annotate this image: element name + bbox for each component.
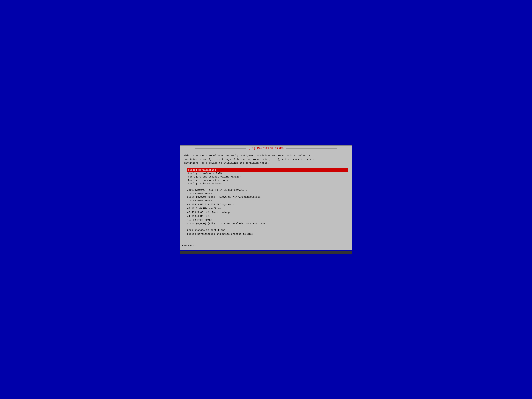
dialog-title: [!!] Partition disks [246,147,286,150]
disk-row[interactable]: 1.0 TB FREE SPACE [187,192,348,196]
disk-row[interactable]: #1 104.9 MB B K ESP EFI system p [187,203,348,207]
title-line-left [195,148,246,148]
menu-item[interactable]: Configure iSCSI volumes [187,182,348,185]
menu-item[interactable]: Configure software RAID [187,172,348,175]
disk-row[interactable]: #2 16.8 MB Microsoft re [187,207,348,211]
description-text: This is an overview of your currently co… [184,154,348,165]
disk-row[interactable]: #4 530.6 MB ntfs [187,215,348,218]
action-item[interactable]: Finish partitioning and write changes to… [187,232,348,236]
title-line-right [286,148,337,148]
disk-header[interactable]: SCSI1 (0,0,0) (sda) – 500.1 GB ATA WDC W… [187,196,348,198]
footer: <Go Back> [180,242,352,250]
disk-row[interactable]: 1.0 MB FREE SPACE [187,199,348,203]
disk-section: /dev/nvme0n1 – 1.0 TB INTEL SSDPEKNW010T… [187,189,348,225]
disk-header[interactable]: SCSI5 (0,0,0) (sdb) – 15.7 GB JetFlash T… [187,222,348,225]
disk-header[interactable]: /dev/nvme0n1 – 1.0 TB INTEL SSDPEKNW010T… [187,189,348,191]
disk-row[interactable]: 7.7 kB FREE SPACE [187,218,348,222]
title-bar: [!!] Partition disks [180,146,352,151]
screen-outer: [!!] Partition disks This is an overview… [176,142,356,257]
dialog-content: This is an overview of your currently co… [180,151,352,242]
action-item[interactable]: Undo changes to partitions [187,228,348,232]
disk-row[interactable]: #3 499.5 GB ntfs Basic data p [187,211,348,215]
dialog-box: [!!] Partition disks This is an overview… [180,146,352,250]
menu-item[interactable]: Configure the Logical Volume Manager [187,175,348,179]
go-back-button[interactable]: <Go Back> [182,244,196,247]
bottom-bar [180,251,352,253]
menu-item[interactable]: Configure encrypted volumes [187,179,348,182]
menu-item[interactable]: Guided partitioning [187,168,348,172]
menu-list: Guided partitioningConfigure software RA… [184,168,348,185]
actions-section: Undo changes to partitionsFinish partiti… [187,228,348,236]
